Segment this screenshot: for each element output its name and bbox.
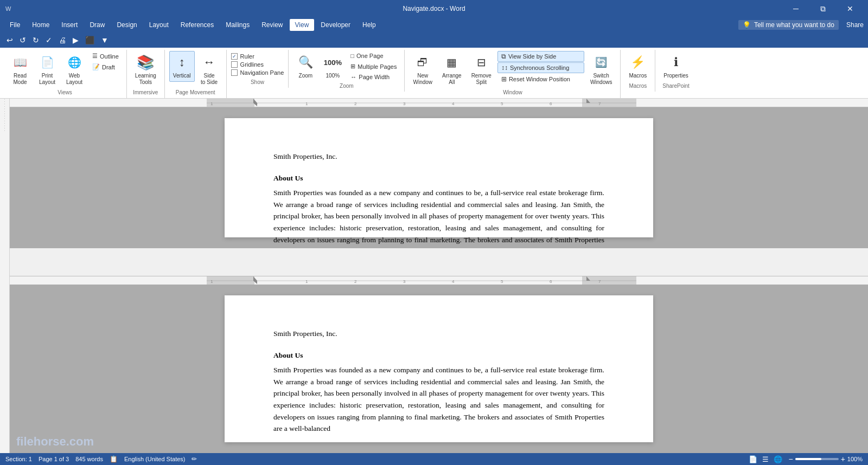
immersive-group-label: Immersive	[133, 89, 158, 97]
title-bar: W Navigate.docx - Word ─ ⧉ ✕	[0, 0, 868, 17]
web-layout-button[interactable]: 🌐 Web Layout	[62, 51, 87, 88]
close-button[interactable]: ✕	[838, 0, 863, 17]
svg-text:3: 3	[403, 101, 406, 106]
zoom-slider[interactable]	[795, 458, 839, 460]
outer-wrapper: · · · · · · · · · · · · · · 1 · 1 2 3 4 …	[0, 99, 868, 453]
vertical-button[interactable]: ↕ Vertical	[169, 51, 195, 82]
ribbon-group-views: 📖 Read Mode 📄 Print Layout 🌐 Web Layout …	[3, 50, 127, 98]
bottom-document-page: Smith Properties, Inc. About Us Smith Pr…	[225, 295, 653, 442]
print-layout-button[interactable]: 📄 Print Layout	[35, 51, 60, 88]
menu-developer[interactable]: Developer	[315, 19, 356, 31]
side-to-side-button[interactable]: ↔ Side to Side	[197, 51, 222, 88]
words-status: 845 words	[75, 456, 103, 462]
remove-split-button[interactable]: ⊟ Remove Split	[468, 51, 495, 88]
menu-layout[interactable]: Layout	[144, 19, 174, 31]
menu-design[interactable]: Design	[111, 19, 142, 31]
view-side-by-side-button[interactable]: ⧉ View Side by Side	[497, 51, 584, 62]
zoom-label: Zoom	[299, 73, 313, 79]
gridlines-checkbox[interactable]: Gridlines	[231, 61, 284, 68]
menu-file[interactable]: File	[4, 19, 25, 31]
menu-view[interactable]: View	[290, 19, 315, 31]
nav-pane-checkbox-box[interactable]	[231, 69, 238, 76]
app-icon: W	[5, 5, 11, 12]
properties-button[interactable]: ℹ Properties	[660, 51, 692, 82]
svg-text:6: 6	[550, 101, 552, 106]
gridlines-checkbox-box[interactable]	[231, 61, 238, 68]
qat-dropdown[interactable]: ▼	[99, 35, 111, 46]
learning-tools-button[interactable]: 📚 Learning Tools	[131, 51, 160, 88]
top-section-content[interactable]: Smith Properties, Inc. About Us Smith Pr…	[10, 107, 868, 248]
menu-draw[interactable]: Draw	[84, 19, 110, 31]
qat-check[interactable]: ✓	[43, 35, 54, 46]
svg-text:1: 1	[305, 101, 308, 106]
sync-scrolling-button[interactable]: ↕↕ Synchronous Scrolling	[497, 62, 584, 73]
outline-button[interactable]: ☰ Outline	[89, 51, 122, 61]
nav-pane-checkbox[interactable]: Navigation Pane	[231, 69, 284, 76]
learning-tools-label: Learning Tools	[135, 73, 156, 86]
quick-access-toolbar: ↩ ↺ ↻ ✓ 🖨 ▶ ⬛ ▼	[0, 33, 868, 48]
menu-references[interactable]: References	[175, 19, 219, 31]
web-view-btn[interactable]: 🌐	[772, 455, 784, 464]
qat-play[interactable]: ▶	[71, 35, 81, 46]
switch-windows-label: Switch Windows	[590, 73, 612, 86]
search-label[interactable]: Tell me what you want to do	[754, 21, 834, 29]
zoom-controls: − + 100%	[788, 455, 863, 463]
ruler-checkbox-box[interactable]	[231, 53, 238, 60]
svg-text:5: 5	[501, 101, 503, 106]
restore-button[interactable]: ⧉	[810, 0, 835, 17]
macros-button[interactable]: ⚡ Macros	[625, 51, 650, 82]
read-mode-label: Read Mode	[13, 73, 27, 86]
doc-company-bottom: Smith Properties, Inc.	[273, 328, 604, 340]
spell-icon[interactable]: 📋	[110, 455, 118, 463]
one-page-icon: □	[350, 53, 354, 59]
svg-text:6: 6	[550, 279, 552, 284]
read-view-btn[interactable]: ☰	[761, 455, 770, 464]
menu-home[interactable]: Home	[27, 19, 55, 31]
print-layout-label: Print Layout	[39, 73, 55, 86]
svg-text:1: 1	[305, 279, 308, 284]
immersive-content: 📚 Learning Tools	[131, 51, 160, 88]
print-view-btn[interactable]: 📄	[747, 455, 759, 464]
zoom-100-button[interactable]: 100% 100%	[320, 51, 345, 82]
page-width-icon: ↔	[350, 74, 356, 80]
arrange-all-button[interactable]: ▦ Arrange All	[438, 51, 465, 88]
menu-insert[interactable]: Insert	[56, 19, 83, 31]
sharepoint-group-label: SharePoint	[662, 83, 689, 91]
window-content: 🗗 New Window ▦ Arrange All ⊟ Remove Spli…	[409, 51, 616, 88]
zoom-button[interactable]: 🔍 Zoom	[293, 51, 318, 82]
zoom-content: 🔍 Zoom 100% 100% □ One Page ⊞ Multiple P…	[293, 51, 400, 82]
menu-review[interactable]: Review	[256, 19, 288, 31]
share-button[interactable]: Share	[846, 21, 864, 29]
macros-content: ⚡ Macros	[625, 51, 650, 82]
ribbon-group-movement: ↕ Vertical ↔ Side to Side Page Movement	[165, 50, 227, 98]
ribbon-group-immersive: 📚 Learning Tools Immersive	[127, 50, 165, 98]
window-small-stack: ⧉ View Side by Side ↕↕ Synchronous Scrol…	[497, 51, 584, 85]
draft-button[interactable]: 📝 Draft	[89, 62, 122, 72]
menu-help[interactable]: Help	[357, 19, 381, 31]
qat-redo[interactable]: ↻	[30, 35, 41, 46]
multiple-pages-button[interactable]: ⊞ Multiple Pages	[347, 61, 400, 72]
read-mode-button[interactable]: 📖 Read Mode	[8, 51, 33, 88]
zoom-in-button[interactable]: +	[841, 455, 845, 463]
window-group-label: Window	[503, 89, 522, 97]
menu-mailings[interactable]: Mailings	[220, 19, 255, 31]
qat-undo[interactable]: ↩	[4, 35, 15, 46]
qat-redo-circle[interactable]: ↺	[17, 35, 28, 46]
svg-text:4: 4	[452, 279, 455, 284]
switch-windows-button[interactable]: 🔄 Switch Windows	[586, 51, 616, 88]
one-page-button[interactable]: □ One Page	[347, 51, 400, 61]
bottom-section-content[interactable]: Smith Properties, Inc. About Us Smith Pr…	[10, 285, 868, 453]
reset-window-button[interactable]: ⊞ Reset Window Position	[497, 74, 584, 85]
minimize-button[interactable]: ─	[783, 0, 808, 17]
new-window-button[interactable]: 🗗 New Window	[409, 51, 436, 88]
page-width-button[interactable]: ↔ Page Width	[347, 72, 400, 82]
track-changes-icon[interactable]: ✏	[192, 455, 197, 463]
zoom-level: 100%	[847, 456, 863, 462]
qat-print[interactable]: 🖨	[56, 35, 68, 46]
checkboxes-group: Ruler Gridlines Navigation Pane	[231, 51, 284, 78]
qat-stop[interactable]: ⬛	[83, 35, 97, 46]
ruler-checkbox[interactable]: Ruler	[231, 53, 284, 60]
search-box[interactable]: 💡 Tell me what you want to do	[738, 20, 839, 30]
zoom-out-button[interactable]: −	[788, 455, 793, 463]
properties-label: Properties	[663, 73, 688, 79]
